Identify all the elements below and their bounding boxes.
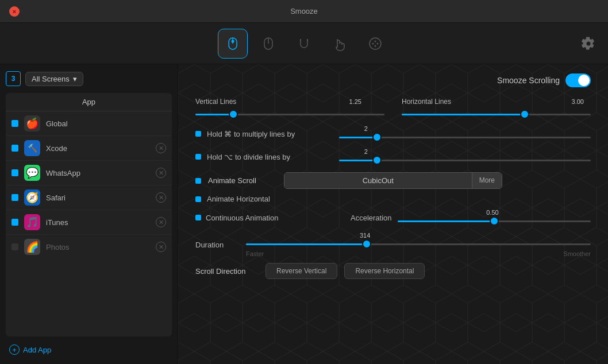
app-checkbox[interactable] [11,169,18,176]
horizontal-lines-row: Horizontal Lines 3.00 [402,98,591,119]
settings-button[interactable] [578,33,599,54]
list-item[interactable]: 🍎 Global [6,111,172,136]
multiply-checkbox[interactable] [195,131,201,137]
scroll-direction-row: Scroll Direction Reverse Vertical Revers… [195,263,591,279]
app-name: WhatsApp [46,169,156,177]
sidebar-header: 3 All Screens ▾ [6,71,172,86]
smooze-scrolling-toggle[interactable] [565,73,591,87]
app-checkbox[interactable] [11,145,18,152]
faster-label: Faster [246,250,264,257]
svg-point-2 [232,40,234,42]
vertical-lines-slider[interactable] [195,109,384,119]
smooze-scrolling-row: Smooze Scrolling [195,73,591,87]
app-icon-whatsapp: 💬 [24,165,40,181]
title-bar: × Smooze [0,0,608,23]
animate-scroll-row: Animate Scroll CubicOut More [195,172,591,189]
content-area: Smooze Scrolling Vertical Lines 1.25 [178,64,608,364]
app-list-title: App [6,93,172,111]
smooze-scrolling-label: Smooze Scrolling [497,76,560,85]
svg-point-8 [370,38,381,49]
sidebar: 3 All Screens ▾ App 🍎 Global 🔨 Xcode ✕ [0,64,178,364]
animate-scroll-selector[interactable]: CubicOut More [284,172,502,189]
duration-label: Duration [195,241,241,249]
multiply-label: Hold ⌘ to multiply lines by [207,130,333,138]
duration-slider[interactable] [246,239,591,249]
toolbar-gamepad-button[interactable] [360,29,390,59]
animate-horizontal-checkbox[interactable] [195,196,201,202]
app-icon-photos: 🌈 [24,239,40,255]
remove-app-button[interactable]: ✕ [156,168,166,178]
smoother-label: Smoother [563,250,591,257]
app-name: Safari [46,193,156,202]
list-item[interactable]: 💬 WhatsApp ✕ [6,161,172,185]
animate-more-button[interactable]: More [472,173,502,188]
multiply-value: 2 [364,125,368,132]
remove-app-button[interactable]: ✕ [156,143,166,153]
duration-value: 314 [360,232,591,239]
screen-select[interactable]: All Screens ▾ [25,72,83,86]
app-checkbox[interactable] [11,120,18,127]
svg-point-11 [375,40,376,42]
close-button[interactable]: × [9,6,20,17]
remove-app-button[interactable]: ✕ [156,217,166,227]
vertical-lines-value: 1.25 [349,98,361,105]
animate-scroll-checkbox[interactable] [195,178,201,184]
divide-checkbox[interactable] [195,154,201,160]
app-checkbox[interactable] [11,219,18,226]
app-name: Xcode [46,144,156,153]
list-item[interactable]: 🎵 iTunes ✕ [6,210,172,235]
app-checkbox[interactable] [11,243,18,250]
reverse-vertical-button[interactable]: Reverse Vertical [265,263,337,279]
app-list: App 🍎 Global 🔨 Xcode ✕ 💬 WhatsApp ✕ [6,93,172,336]
animate-scroll-label: Animate Scroll [208,176,277,185]
app-icon-global: 🍎 [24,115,40,131]
animate-horizontal-label: Animate Horizontal [207,195,270,203]
remove-app-button[interactable]: ✕ [156,242,166,252]
reverse-horizontal-button[interactable]: Reverse Horizontal [344,263,425,279]
list-item[interactable]: 🌈 Photos ✕ [6,235,172,259]
animate-scroll-value: CubicOut [284,173,472,188]
app-title: Smooze [290,7,318,16]
svg-point-12 [375,45,376,47]
toolbar-mouse-button[interactable] [218,29,248,59]
remove-app-button[interactable]: ✕ [156,192,166,203]
toolbar-cursor-button[interactable] [253,29,283,59]
acceleration-label: Acceleration [351,214,392,222]
app-count-badge: 3 [6,71,21,86]
app-name: Photos [46,243,156,251]
list-item[interactable]: 🔨 Xcode ✕ [6,136,172,161]
scroll-direction-label: Scroll Direction [195,267,259,276]
app-checkbox[interactable] [11,194,18,201]
toolbar-hand-button[interactable] [325,29,355,59]
continuous-animation-checkbox[interactable] [195,215,201,220]
vertical-lines-label: Vertical Lines [195,98,236,106]
continuous-row: Continuous Animation Acceleration 0.50 [195,209,591,226]
app-name: iTunes [46,218,156,227]
toolbar [0,23,608,64]
multiply-row: Hold ⌘ to multiply lines by 2 [195,125,591,142]
continuous-animation-label: Continuous Animation [206,214,278,222]
app-icon-itunes: 🎵 [24,214,40,230]
horizontal-lines-value: 3.00 [572,98,584,105]
divide-slider[interactable] [339,155,591,165]
main-layout: 3 All Screens ▾ App 🍎 Global 🔨 Xcode ✕ [0,64,608,364]
svg-point-9 [372,42,374,44]
toolbar-magnet-button[interactable] [289,29,319,59]
animate-horizontal-row: Animate Horizontal [195,195,591,203]
horizontal-lines-label: Horizontal Lines [402,98,451,106]
list-item[interactable]: 🧭 Safari ✕ [6,185,172,210]
app-name: Global [46,119,166,128]
chevron-down-icon: ▾ [73,75,77,83]
duration-section: Duration 314 Faster Smoother [195,232,591,257]
horizontal-lines-slider[interactable] [402,109,591,119]
vertical-lines-row: Vertical Lines 1.25 [195,98,384,119]
app-icon-xcode: 🔨 [24,140,40,156]
acceleration-slider[interactable] [398,216,591,226]
divide-row: Hold ⌥ to divide lines by 2 [195,148,591,165]
app-icon-safari: 🧭 [24,189,40,206]
plus-icon: + [9,344,20,355]
add-app-button[interactable]: + Add App [6,342,172,357]
acceleration-value: 0.50 [486,209,591,216]
divide-label: Hold ⌥ to divide lines by [207,153,333,161]
multiply-slider[interactable] [339,132,591,142]
